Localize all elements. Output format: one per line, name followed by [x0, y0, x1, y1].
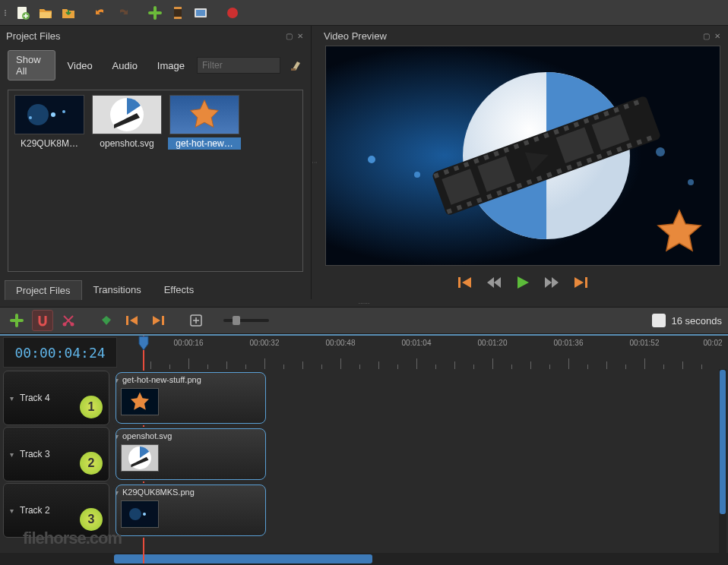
- svg-point-72: [71, 323, 74, 327]
- clear-filter-icon[interactable]: [290, 57, 303, 74]
- zoom-slider[interactable]: [223, 319, 269, 322]
- project-item-label: K29QUK8M…: [13, 137, 86, 150]
- filter-audio[interactable]: Audio: [105, 57, 145, 74]
- clip[interactable]: ▾ K29QUK8MKS.png: [116, 485, 266, 536]
- export-video-button[interactable]: [222, 2, 243, 24]
- track-header[interactable]: ▾ Track 2 3: [3, 483, 109, 538]
- svg-rect-70: [585, 277, 587, 288]
- svg-rect-73: [126, 316, 128, 325]
- clip-thumbnail: [121, 500, 159, 528]
- jump-end-button[interactable]: [571, 273, 590, 292]
- panel-undock-icon[interactable]: ▢: [701, 31, 711, 40]
- undo-button[interactable]: [90, 2, 111, 24]
- svg-point-12: [62, 110, 65, 113]
- tracks-area: ▾ Track 4 1 ▾ get-hot-new-stuff.png ▾ Tr…: [0, 369, 728, 553]
- fullscreen-button[interactable]: [190, 2, 211, 24]
- import-files-button[interactable]: [144, 2, 166, 24]
- splitter-vertical[interactable]: ⋮: [312, 26, 318, 299]
- track-header[interactable]: ▾ Track 4 1: [3, 371, 109, 425]
- project-item[interactable]: openshot.svg: [90, 95, 163, 150]
- video-preview[interactable]: [325, 46, 720, 266]
- panel-undock-icon[interactable]: ▢: [284, 31, 293, 40]
- razor-tool-button[interactable]: [58, 310, 79, 331]
- project-files-title: Project Files: [6, 30, 61, 42]
- snap-button[interactable]: [32, 310, 53, 331]
- add-marker-button[interactable]: [96, 310, 117, 331]
- clip-title: openshot.svg: [122, 431, 172, 440]
- clip-title: K29QUK8MKS.png: [122, 488, 195, 497]
- panel-close-icon[interactable]: ✕: [713, 31, 722, 40]
- tab-effects[interactable]: Effects: [153, 279, 206, 299]
- rewind-button[interactable]: [485, 273, 503, 292]
- ruler-tick: 00:01:52: [630, 339, 660, 347]
- prev-marker-button[interactable]: [122, 310, 143, 331]
- filter-video[interactable]: Video: [60, 57, 100, 74]
- track-body[interactable]: ▾ K29QUK8MKS.png: [112, 483, 725, 538]
- clip[interactable]: ▾ openshot.svg: [116, 428, 266, 480]
- add-track-button[interactable]: [6, 310, 27, 331]
- timeline-ruler[interactable]: 00:00:16 00:00:32 00:00:48 00:01:04 00:0…: [120, 336, 728, 369]
- thumbnail-particles: [14, 95, 84, 134]
- timecode-display[interactable]: 00:00:04:24: [3, 337, 117, 368]
- panel-close-icon[interactable]: ✕: [296, 31, 305, 40]
- chevron-down-icon[interactable]: ▾: [116, 488, 119, 497]
- save-project-button[interactable]: [58, 2, 79, 24]
- fast-forward-button[interactable]: [543, 273, 561, 292]
- choose-profile-button[interactable]: [167, 2, 188, 24]
- filter-image[interactable]: Image: [150, 57, 192, 74]
- timeline-scrollbar-horizontal[interactable]: [0, 553, 728, 565]
- video-preview-title: Video Preview: [324, 30, 387, 42]
- timeline-scrollbar-vertical[interactable]: [719, 369, 726, 553]
- chevron-down-icon[interactable]: ▾: [116, 376, 119, 384]
- center-playhead-button[interactable]: [185, 310, 207, 331]
- video-preview-panel: Video Preview ▢ ✕: [318, 26, 728, 299]
- jump-start-button[interactable]: [456, 273, 474, 292]
- svg-rect-4: [174, 17, 182, 19]
- svg-point-10: [27, 104, 49, 125]
- clip[interactable]: ▾ get-hot-new-stuff.png: [116, 372, 266, 424]
- svg-rect-9: [15, 95, 84, 134]
- track-row: ▾ Track 3 2 ▾ openshot.svg: [3, 427, 725, 481]
- chevron-down-icon[interactable]: ▾: [10, 450, 14, 459]
- svg-rect-69: [458, 277, 461, 288]
- toolbar-grip[interactable]: [5, 10, 11, 16]
- splitter-horizontal[interactable]: ······: [0, 299, 728, 307]
- tab-transitions[interactable]: Transitions: [82, 279, 153, 299]
- ruler-tick: 00:02: [703, 339, 722, 347]
- svg-point-78: [129, 508, 141, 520]
- project-item[interactable]: get-hot-new…: [168, 95, 241, 150]
- filter-input[interactable]: [197, 57, 280, 74]
- play-button[interactable]: [514, 273, 532, 292]
- next-marker-button[interactable]: [147, 310, 169, 331]
- project-file-grid[interactable]: K29QUK8M… openshot.svg get-hot-new…: [8, 90, 303, 272]
- svg-point-71: [63, 323, 67, 327]
- project-item-label: openshot.svg: [90, 137, 163, 150]
- svg-point-18: [414, 172, 420, 178]
- svg-point-20: [688, 179, 694, 185]
- main-toolbar: [0, 0, 728, 26]
- chevron-down-icon[interactable]: ▾: [116, 432, 119, 440]
- chevron-down-icon[interactable]: ▾: [10, 394, 14, 402]
- svg-point-19: [656, 147, 665, 156]
- ruler-tick: 00:00:16: [174, 339, 204, 347]
- ruler-tick: 00:01:04: [402, 339, 432, 347]
- track-name: Track 2: [20, 505, 50, 516]
- filter-show-all[interactable]: Show All: [8, 50, 55, 80]
- track-body[interactable]: ▾ openshot.svg: [112, 427, 725, 481]
- chevron-down-icon[interactable]: ▾: [10, 507, 14, 515]
- project-item[interactable]: K29QUK8M…: [13, 95, 86, 150]
- open-project-button[interactable]: [35, 2, 56, 24]
- clip-thumbnail: [121, 388, 159, 415]
- new-project-button[interactable]: [12, 2, 33, 24]
- track-body[interactable]: ▾ get-hot-new-stuff.png: [112, 371, 725, 425]
- clip-title: get-hot-new-stuff.png: [122, 375, 201, 384]
- track-header[interactable]: ▾ Track 3 2: [3, 427, 109, 481]
- thumbnail-logo: [92, 95, 162, 134]
- redo-button[interactable]: [112, 2, 134, 24]
- ruler-tick: 00:01:20: [478, 339, 508, 347]
- track-name: Track 3: [20, 449, 50, 459]
- tab-project-files[interactable]: Project Files: [5, 280, 82, 300]
- track-row: ▾ Track 2 3 ▾ K29QUK8MKS.png: [3, 483, 725, 538]
- track-number-badge: 3: [80, 508, 103, 531]
- ruler-tick: 00:01:36: [554, 339, 584, 347]
